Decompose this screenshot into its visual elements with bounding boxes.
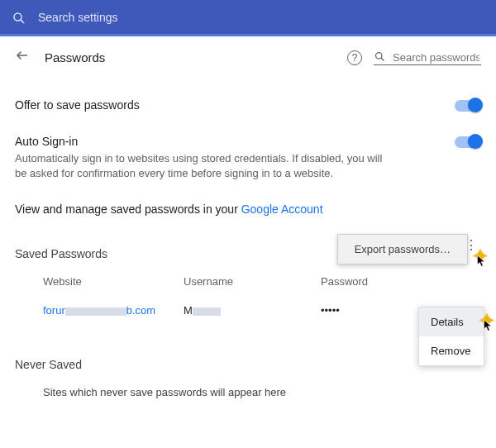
auto-signin-label: Auto Sign-in [15, 135, 455, 148]
search-icon [374, 50, 386, 64]
settings-search-input[interactable] [36, 10, 284, 25]
page-title: Passwords [45, 50, 347, 64]
svg-line-1 [21, 19, 24, 22]
offer-save-label: Offer to save passwords [15, 98, 455, 112]
search-icon [12, 11, 25, 24]
help-icon[interactable]: ? [347, 50, 362, 65]
redacted-username [193, 307, 221, 316]
back-arrow-icon[interactable] [15, 48, 30, 67]
site-link-prefix: forur [43, 304, 65, 317]
remove-menuitem[interactable]: Remove [419, 336, 484, 365]
row-context-menu: Details Remove [418, 307, 484, 366]
redacted-site [65, 307, 126, 316]
page-header: Passwords ? [0, 36, 496, 79]
auto-signin-row: Auto Sign-in Automatically sign in to we… [15, 125, 481, 191]
cursor-icon [483, 318, 494, 333]
svg-point-3 [376, 53, 383, 60]
settings-topbar [0, 0, 496, 36]
passwords-table-header: Website Username Password [15, 267, 481, 296]
auto-signin-toggle[interactable] [455, 136, 481, 148]
svg-point-0 [14, 13, 21, 21]
site-cell[interactable]: forurb.com [43, 304, 184, 317]
manage-prefix: View and manage saved passwords in your [15, 203, 241, 216]
col-website: Website [43, 275, 184, 288]
export-passwords-menuitem[interactable]: Export passwords… [337, 234, 468, 265]
col-username: Username [184, 275, 321, 288]
site-link-suffix: b.com [126, 304, 155, 317]
username-prefix: M [184, 304, 193, 317]
offer-save-row: Offer to save passwords [15, 88, 481, 125]
never-saved-title: Never Saved [15, 325, 481, 378]
offer-save-toggle[interactable] [455, 100, 481, 112]
col-password: Password [321, 275, 481, 288]
username-cell: M [184, 304, 321, 317]
details-menuitem[interactable]: Details [419, 307, 484, 336]
svg-line-4 [381, 58, 384, 60]
auto-signin-desc: Automatically sign in to websites using … [15, 151, 395, 181]
content-area: Offer to save passwords Auto Sign-in Aut… [0, 79, 496, 425]
table-row: forurb.com M ••••• [15, 296, 481, 325]
google-account-link[interactable]: Google Account [241, 203, 323, 216]
password-search [374, 50, 481, 65]
manage-passwords-text: View and manage saved passwords in your … [15, 191, 481, 227]
password-search-input[interactable] [391, 50, 481, 64]
never-saved-desc: Sites which never save passwords will ap… [15, 378, 481, 415]
